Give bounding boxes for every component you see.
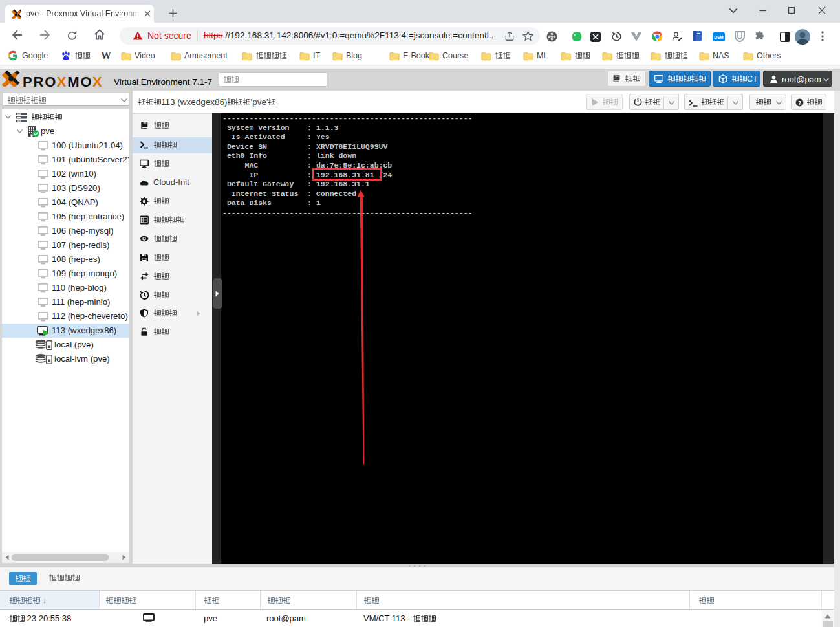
svg-text:?: ? — [798, 100, 801, 106]
svg-text:DSM: DSM — [714, 35, 723, 39]
